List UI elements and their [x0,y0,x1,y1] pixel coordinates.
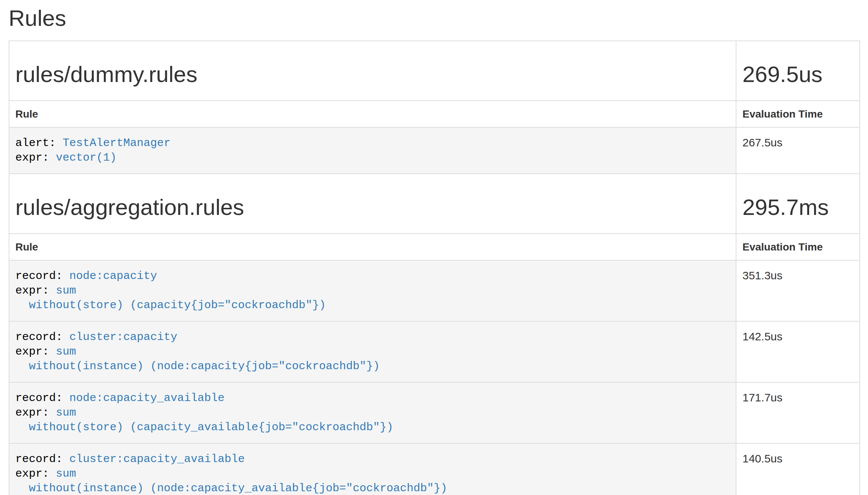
rule-definition-cell: record: node:capacity_available expr: su… [9,382,736,443]
rules-page: Rules rules/dummy.rules 269.5us Rule Eva… [0,0,868,495]
group-file-name: rules/dummy.rules [15,62,730,87]
rule-name-link[interactable]: cluster:capacity_available [69,453,245,465]
column-header-rule: Rule [9,101,736,127]
group-total-time-cell: 295.7ms [736,174,860,234]
rule-keyword: record: [15,453,69,465]
rule-row: record: node:capacity_available expr: su… [9,382,860,443]
group-total-evaluation-time: 295.7ms [742,195,853,220]
rule-evaluation-time: 140.5us [736,443,860,495]
expr-keyword: expr: [15,467,56,480]
group-file-cell: rules/aggregation.rules [9,174,736,234]
rule-expression-link[interactable]: sum without(instance) (node:capacity{job… [15,345,380,373]
rule-name-link[interactable]: TestAlertManager [63,137,171,149]
group-file-name: rules/aggregation.rules [15,195,730,220]
column-header-evaluation-time: Evaluation Time [736,101,860,127]
column-header-evaluation-time: Evaluation Time [736,234,860,260]
rule-row: record: cluster:capacity expr: sum witho… [9,321,860,382]
column-header-row: Rule Evaluation Time [9,101,860,127]
rule-name-link[interactable]: cluster:capacity [69,331,177,343]
rule-name-link[interactable]: node:capacity_available [69,392,224,404]
rule-expression-link[interactable]: sum without(instance) (node:capacity_ava… [15,467,447,495]
rule-keyword: alert: [15,137,63,149]
expr-keyword: expr: [15,406,56,419]
rules-table: rules/dummy.rules 269.5us Rule Evaluatio… [9,40,860,495]
rule-keyword: record: [15,392,69,404]
rule-expression-link[interactable]: sum without(store) (capacity_available{j… [15,406,393,434]
column-header-row: Rule Evaluation Time [9,234,860,260]
rule-definition-cell: record: cluster:capacity expr: sum witho… [9,321,736,382]
rule-name-link[interactable]: node:capacity [69,270,157,282]
group-total-evaluation-time: 269.5us [742,62,853,87]
rule-definition-cell: record: cluster:capacity_available expr:… [9,443,736,495]
rule-keyword: record: [15,270,69,282]
column-header-rule: Rule [9,234,736,260]
rule-evaluation-time: 267.5us [736,127,860,174]
group-heading-row: rules/aggregation.rules 295.7ms [9,174,860,234]
group-heading-row: rules/dummy.rules 269.5us [9,41,860,101]
group-file-cell: rules/dummy.rules [9,41,736,101]
expr-keyword: expr: [15,284,56,297]
rule-expression-link[interactable]: sum without(store) (capacity{job="cockro… [15,284,326,312]
rule-keyword: record: [15,331,69,343]
expr-keyword: expr: [15,151,56,164]
rule-row: alert: TestAlertManager expr: vector(1) … [9,127,860,174]
rule-definition-cell: alert: TestAlertManager expr: vector(1) [9,127,736,174]
rule-evaluation-time: 351.3us [736,260,860,321]
rule-row: record: node:capacity expr: sum without(… [9,260,860,321]
group-total-time-cell: 269.5us [736,41,860,101]
rule-definition-cell: record: node:capacity expr: sum without(… [9,260,736,321]
rule-evaluation-time: 142.5us [736,321,860,382]
rule-evaluation-time: 171.7us [736,382,860,443]
rule-expression-link[interactable]: vector(1) [56,151,117,164]
expr-keyword: expr: [15,345,56,358]
page-title: Rules [9,6,859,31]
rule-row: record: cluster:capacity_available expr:… [9,443,860,495]
